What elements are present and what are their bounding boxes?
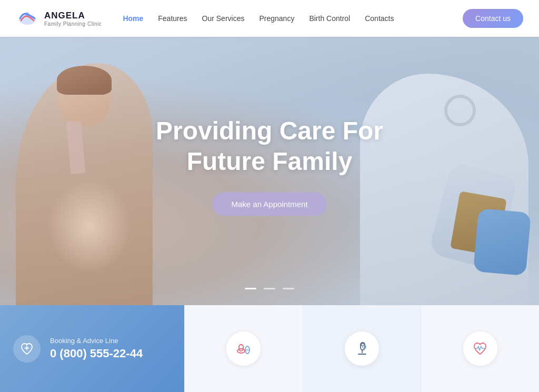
brand-name: ANGELA xyxy=(44,11,102,21)
contact-us-button[interactable]: Contact us xyxy=(463,9,523,28)
nav-our-services[interactable]: Our Services xyxy=(202,14,245,23)
bottom-bar: Booking & Advice Line 0 (800) 555-22-44 xyxy=(0,305,539,392)
service-block-2[interactable] xyxy=(303,305,421,392)
logo-icon xyxy=(16,7,39,30)
info-label: Booking & Advice Line xyxy=(50,337,143,345)
header: ANGELA Family Planning Clinic Home Featu… xyxy=(0,0,539,37)
service-circle-1 xyxy=(226,331,261,366)
nav-contacts[interactable]: Contacts xyxy=(365,14,394,23)
heartbeat-icon xyxy=(471,339,490,358)
svg-point-12 xyxy=(363,345,366,348)
nav-birth-control[interactable]: Birth Control xyxy=(309,14,350,23)
hero-dot-3[interactable] xyxy=(283,288,294,289)
phone-icon-wrap xyxy=(13,335,41,363)
medical-icon xyxy=(19,341,34,356)
service-circle-2 xyxy=(345,331,379,366)
hero-title: Providing Care For Future Family xyxy=(156,116,383,176)
svg-rect-5 xyxy=(239,345,243,351)
svg-point-1 xyxy=(25,12,29,16)
hero-dot-2[interactable] xyxy=(264,288,275,289)
hero-dot-1[interactable] xyxy=(245,288,256,289)
service-circle-3 xyxy=(463,331,497,366)
microscope-icon xyxy=(353,339,372,358)
nav-features[interactable]: Features xyxy=(158,14,187,23)
service-block-1[interactable] xyxy=(184,305,303,392)
service-blocks xyxy=(184,305,539,392)
logo[interactable]: ANGELA Family Planning Clinic xyxy=(16,7,102,30)
hero-section: Providing Care For Future Family Make an… xyxy=(0,37,539,305)
hero-dots xyxy=(245,288,294,289)
main-nav: Home Features Our Services Pregnancy Bir… xyxy=(123,14,463,23)
appointment-button[interactable]: Make an Appointment xyxy=(212,193,326,216)
nav-pregnancy[interactable]: Pregnancy xyxy=(259,14,294,23)
brand-subtitle: Family Planning Clinic xyxy=(44,21,102,27)
info-phone: 0 (800) 555-22-44 xyxy=(50,347,143,360)
hero-content: Providing Care For Future Family Make an… xyxy=(156,116,383,216)
info-block: Booking & Advice Line 0 (800) 555-22-44 xyxy=(0,305,184,392)
pill-icon xyxy=(234,339,253,358)
nav-home[interactable]: Home xyxy=(123,14,143,23)
service-block-3[interactable] xyxy=(421,305,539,392)
